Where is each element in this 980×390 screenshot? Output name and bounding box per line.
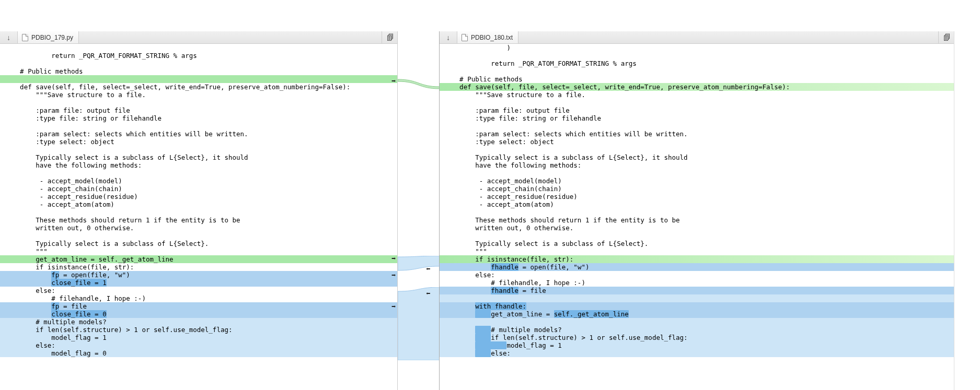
code-line[interactable] [440, 294, 954, 302]
code-line[interactable]: if isinstance(file, str): [440, 255, 954, 263]
code-line[interactable]: else: [0, 341, 397, 349]
code-line[interactable]: Typically select is a subclass of L{Sele… [0, 240, 397, 247]
tab-left-file[interactable]: PDBIO_179.py [18, 31, 79, 43]
document-icon [462, 34, 468, 41]
code-line[interactable]: def save(self, file, select=_select, wri… [440, 83, 954, 91]
code-line[interactable]: # filehandle, I hope :-) [0, 294, 397, 302]
code-line[interactable]: fp = file [0, 302, 397, 310]
code-line[interactable]: # Public methods [440, 75, 954, 83]
code-line[interactable] [0, 146, 397, 153]
code-line[interactable]: if len(self.structure) > 1 or self.use_m… [0, 326, 397, 334]
code-line[interactable]: if len(self.structure) > 1 or self.use_m… [440, 334, 954, 341]
code-line[interactable]: - accept_atom(atom) [0, 200, 397, 208]
code-line[interactable]: # multiple models? [440, 326, 954, 334]
code-line[interactable]: else: [0, 287, 397, 294]
code-left[interactable]: return _PQR_ATOM_FORMAT_STRING % args # … [0, 44, 397, 390]
code-line[interactable]: :type select: object [0, 138, 397, 146]
code-line[interactable] [440, 208, 954, 216]
code-line[interactable]: have the following methods: [0, 161, 397, 169]
code-line[interactable]: with fhandle: [440, 302, 954, 310]
code-line[interactable]: # filehandle, I hope :-) [440, 279, 954, 287]
code-line[interactable]: - accept_residue(residue) [440, 193, 954, 200]
code-line[interactable]: These methods should return 1 if the ent… [0, 216, 397, 224]
code-line[interactable]: These methods should return 1 if the ent… [440, 216, 954, 224]
code-line[interactable]: fhandle = file [440, 287, 954, 294]
code-line[interactable]: - accept_chain(chain) [0, 185, 397, 193]
code-line[interactable]: - accept_model(model) [0, 177, 397, 185]
code-line[interactable]: """Save structure to a file. [0, 91, 397, 99]
code-line[interactable]: else: [440, 349, 954, 357]
code-line[interactable]: model_flag = 0 [0, 349, 397, 357]
code-line[interactable]: def save(self, file, select=_select, wri… [0, 83, 397, 91]
code-line[interactable]: """ [0, 247, 397, 255]
code-line[interactable]: Typically select is a subclass of L{Sele… [440, 153, 954, 161]
code-line[interactable] [440, 122, 954, 130]
code-line[interactable]: """ [440, 247, 954, 255]
code-line[interactable]: - accept_model(model) [440, 177, 954, 185]
code-line[interactable]: # Public methods [0, 67, 397, 75]
code-line[interactable]: Typically select is a subclass of L{Sele… [440, 240, 954, 247]
code-line[interactable] [440, 146, 954, 153]
code-line[interactable]: written out, 0 otherwise. [0, 224, 397, 232]
code-line[interactable]: have the following methods: [440, 161, 954, 169]
code-line[interactable]: - accept_atom(atom) [440, 200, 954, 208]
code-line[interactable]: - accept_residue(residue) [0, 193, 397, 200]
merge-right-arrow-icon[interactable]: ➡ [391, 77, 396, 85]
code-line[interactable]: :type select: object [440, 138, 954, 146]
code-line[interactable]: :type file: string or filehandle [440, 114, 954, 122]
code-line[interactable] [440, 52, 954, 60]
code-line[interactable]: ) [440, 44, 954, 52]
code-line[interactable]: get_atom_line = self._get_atom_line [0, 255, 397, 263]
merge-left-arrow-icon[interactable]: ⬅ [426, 265, 430, 273]
code-line[interactable]: Typically select is a subclass of L{Sele… [0, 153, 397, 161]
code-line[interactable]: :param select: selects which entities wi… [0, 130, 397, 138]
code-line[interactable] [0, 75, 397, 83]
code-line[interactable] [0, 60, 397, 67]
code-line[interactable]: :param file: output file [0, 107, 397, 114]
code-line[interactable]: :param file: output file [440, 107, 954, 114]
save-stack-icon[interactable]: 🗐 [938, 31, 954, 43]
tab-right-file[interactable]: PDBIO_180.txt [457, 31, 518, 43]
code-line[interactable] [0, 232, 397, 240]
tab-label: PDBIO_180.txt [471, 34, 513, 41]
overview-ruler[interactable] [954, 31, 980, 390]
code-line[interactable]: fhandle = open(file, "w") [440, 263, 954, 271]
code-line[interactable]: model_flag = 1 [0, 334, 397, 341]
code-line[interactable]: close_file = 1 [0, 279, 397, 287]
merge-right-arrow-icon[interactable]: ➡ [391, 271, 396, 279]
download-icon[interactable]: ↓ [0, 31, 18, 43]
code-line[interactable]: :type file: string or filehandle [0, 114, 397, 122]
code-line[interactable]: - accept_chain(chain) [440, 185, 954, 193]
code-line[interactable]: get_atom_line = self._get_atom_line [440, 310, 954, 318]
code-line[interactable] [0, 169, 397, 177]
code-line[interactable]: written out, 0 otherwise. [440, 224, 954, 232]
save-stack-icon[interactable]: 🗐 [382, 31, 397, 43]
code-line[interactable]: return _PQR_ATOM_FORMAT_STRING % args [0, 52, 397, 60]
code-line[interactable] [0, 208, 397, 216]
code-line[interactable] [440, 232, 954, 240]
code-line[interactable]: return _PQR_ATOM_FORMAT_STRING % args [440, 60, 954, 67]
code-line[interactable]: if isinstance(file, str): [0, 263, 397, 271]
diff-view: ↓ PDBIO_179.py 🗐 return _PQR_ATOM_FORMAT… [0, 31, 980, 390]
code-line[interactable]: """Save structure to a file. [440, 91, 954, 99]
code-line[interactable]: model_flag = 1 [440, 341, 954, 349]
merge-right-arrow-icon[interactable]: ➡ [391, 255, 396, 263]
code-line[interactable]: :param select: selects which entities wi… [440, 130, 954, 138]
code-line[interactable] [440, 99, 954, 107]
code-line[interactable] [440, 67, 954, 75]
tabbar-right: ↓ PDBIO_180.txt 🗐 [440, 31, 954, 44]
merge-right-arrow-icon[interactable]: ➡ [391, 303, 396, 311]
download-icon[interactable]: ↓ [440, 31, 457, 43]
code-right[interactable]: ) return _PQR_ATOM_FORMAT_STRING % args … [440, 44, 954, 390]
tab-label: PDBIO_179.py [31, 34, 73, 41]
code-line[interactable]: else: [440, 271, 954, 279]
code-line[interactable] [440, 169, 954, 177]
merge-left-arrow-icon[interactable]: ⬅ [426, 290, 430, 298]
code-line[interactable]: fp = open(file, "w") [0, 271, 397, 279]
code-line[interactable] [0, 122, 397, 130]
code-line[interactable] [440, 318, 954, 326]
code-line[interactable]: # multiple models? [0, 318, 397, 326]
code-line[interactable] [0, 99, 397, 107]
code-line[interactable] [0, 44, 397, 52]
code-line[interactable]: close_file = 0 [0, 310, 397, 318]
